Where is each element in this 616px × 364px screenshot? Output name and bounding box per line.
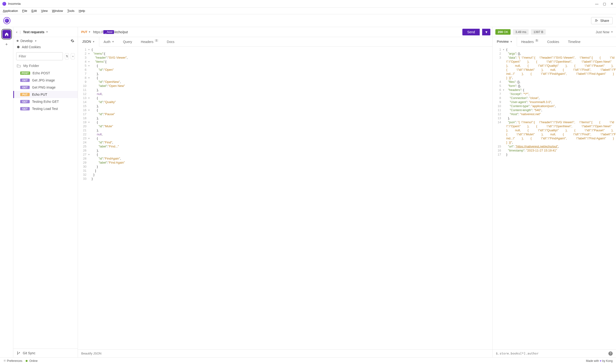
collection-dropdown[interactable]: Test requests ▼ <box>23 30 48 34</box>
url-input[interactable]: https://_.host/echo/put <box>93 30 460 34</box>
menu-edit[interactable]: Edit <box>30 9 39 13</box>
add-workspace-button[interactable]: + <box>3 41 10 48</box>
back-button[interactable]: ‹ <box>16 30 17 34</box>
code-line: 26 }, <box>78 148 492 152</box>
caret-down-icon: ▼ <box>46 31 48 33</box>
response-body-viewer[interactable]: 1▾{2 "args": {},3 "data": "{ \"menu\":{ … <box>493 47 616 349</box>
fold-toggle[interactable]: ▾ <box>88 76 91 80</box>
folder-row[interactable]: My Folder <box>13 62 78 70</box>
response-headers-count-badge: 5 <box>535 39 538 42</box>
fold-toggle <box>503 108 505 112</box>
tab-body[interactable]: JSON ▼ <box>78 37 99 47</box>
line-number: 17 <box>493 152 503 156</box>
tab-auth-label: Auth <box>104 40 110 44</box>
filter-input[interactable] <box>16 52 63 60</box>
code-content: } <box>91 177 492 181</box>
add-request-button[interactable]: ＋ <box>71 53 75 59</box>
menu-application[interactable]: Application <box>1 9 20 13</box>
fold-toggle[interactable]: ▾ <box>503 88 505 92</box>
environment-row[interactable]: Develop ▼ <box>13 37 78 45</box>
response-age: Just Now <box>596 30 610 34</box>
gear-icon <box>70 39 74 43</box>
home-button[interactable] <box>2 30 11 39</box>
fold-toggle[interactable]: ▾ <box>88 108 91 112</box>
code-content: "label":"Open New" <box>91 84 492 88</box>
fold-toggle[interactable]: ▾ <box>88 60 91 64</box>
menu-tools[interactable]: Tools <box>65 9 76 13</box>
request-body-editor[interactable]: 1▾{2▾ "menu":{3 "header":"SVG Viewer",4▾… <box>78 47 492 349</box>
help-button[interactable]: ? <box>608 351 613 356</box>
request-item[interactable]: PUTEcho PUT <box>13 91 78 98</box>
method-dropdown[interactable]: PUT ▼ <box>81 30 91 34</box>
line-number: 7 <box>78 72 88 76</box>
sort-button[interactable]: ⇅ <box>65 53 69 59</box>
line-number: 31 <box>78 169 88 173</box>
send-dropdown[interactable]: ▼ <box>482 29 490 35</box>
request-item[interactable]: GETGet JPG image <box>13 77 78 84</box>
code-line: 7 "Accept": "*/*", <box>493 92 616 96</box>
menu-window[interactable]: Window <box>50 9 65 13</box>
request-item[interactable]: POSTEcho POST <box>13 70 78 77</box>
code-content: ] <box>91 169 492 173</box>
fold-toggle <box>88 88 91 92</box>
window-controls: — ▢ ✕ <box>595 2 614 5</box>
fold-toggle[interactable]: ▾ <box>503 48 505 52</box>
request-item[interactable]: GETGet PNG image <box>13 84 78 91</box>
maximize-button[interactable]: ▢ <box>603 2 606 5</box>
code-line: 33} <box>78 177 492 181</box>
git-sync-button[interactable]: Git Sync <box>13 349 78 357</box>
app-logo-icon <box>2 2 6 6</box>
tab-preview[interactable]: Preview ▼ <box>493 37 517 47</box>
svg-point-0 <box>595 19 597 21</box>
cookies-button[interactable]: Add Cookies <box>13 45 78 51</box>
line-number: 13 <box>493 116 503 120</box>
fold-toggle[interactable]: ▾ <box>88 96 91 100</box>
request-item[interactable]: GETTesting Echo GET <box>13 98 78 105</box>
fold-toggle[interactable]: ▾ <box>88 48 91 52</box>
request-name: Testing Load Test <box>32 107 58 111</box>
request-item[interactable]: GETTesting Load Test <box>13 105 78 112</box>
code-content: }, <box>505 116 616 120</box>
fold-toggle[interactable]: ▾ <box>88 136 91 140</box>
tab-headers[interactable]: Headers 1 <box>137 37 162 46</box>
beautify-button[interactable]: Beautify JSON <box>78 349 492 357</box>
history-dropdown[interactable]: Just Now ▼ <box>596 30 613 34</box>
preferences-button[interactable]: Preferences <box>3 359 22 363</box>
minimize-button[interactable]: — <box>595 2 598 5</box>
menu-view[interactable]: View <box>39 9 50 13</box>
fold-toggle[interactable]: ▾ <box>88 120 91 124</box>
line-number: 21 <box>78 128 88 132</box>
line-number: 18 <box>78 116 88 120</box>
caret-down-icon: ▼ <box>88 31 91 33</box>
code-content: "data": "{ \"menu\":{ \"header\":\"SVG V… <box>505 56 616 80</box>
send-button[interactable]: Send <box>462 29 480 35</box>
code-content: "Content-length": "540", <box>505 108 616 112</box>
menu-file[interactable]: File <box>20 9 29 13</box>
tab-query[interactable]: Query <box>119 37 137 46</box>
jsonpath-filter-input[interactable] <box>496 352 608 355</box>
tab-auth[interactable]: Auth ▼ <box>99 37 119 46</box>
fold-toggle <box>88 72 91 76</box>
headers-count-badge: 1 <box>155 39 158 42</box>
fold-toggle[interactable]: ▾ <box>88 52 91 56</box>
code-content: "header":"SVG Viewer", <box>91 56 492 60</box>
caret-down-icon: ▼ <box>611 31 613 33</box>
tab-response-headers[interactable]: Headers 5 <box>517 37 543 46</box>
menu-help[interactable]: Help <box>77 9 87 13</box>
fold-toggle[interactable]: ▾ <box>88 152 91 156</box>
line-number: 24 <box>78 140 88 144</box>
line-number: 19 <box>78 120 88 124</box>
settings-button[interactable] <box>70 39 74 43</box>
line-number: 5 <box>493 84 503 88</box>
tab-cookies[interactable]: Cookies <box>543 37 564 46</box>
fold-toggle[interactable]: ▾ <box>88 64 91 68</box>
code-line: 31 ] <box>78 169 492 173</box>
code-content: "id":"Open" <box>91 68 492 72</box>
tab-timeline[interactable]: Timeline <box>564 37 585 46</box>
line-number: 28 <box>78 156 88 160</box>
fold-toggle <box>88 169 91 173</box>
share-button[interactable]: Share <box>591 17 613 24</box>
close-button[interactable]: ✕ <box>610 2 614 5</box>
tab-docs[interactable]: Docs <box>163 37 179 46</box>
fold-toggle <box>88 124 91 128</box>
